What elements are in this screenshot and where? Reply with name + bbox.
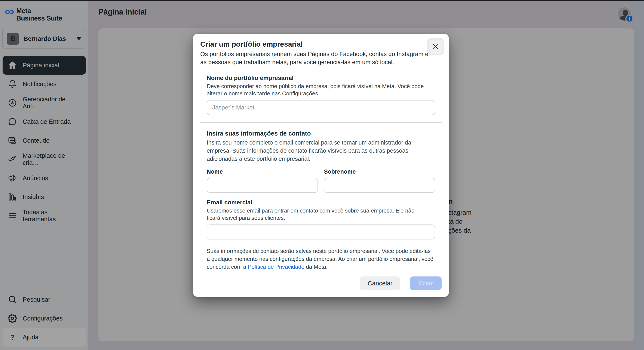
last-name-input[interactable] — [324, 178, 435, 193]
create-button[interactable]: Criar — [410, 277, 442, 290]
email-helper: Usaremos esse email para entrar em conta… — [207, 207, 429, 222]
close-button[interactable] — [427, 38, 444, 55]
portfolio-name-section: Nome do portfólio empresarial Deve corre… — [200, 75, 442, 115]
portfolio-name-label: Nome do portfólio empresarial — [207, 75, 435, 81]
modal-actions: Cancelar Criar — [200, 277, 442, 290]
portfolio-name-input[interactable] — [207, 100, 435, 115]
contact-section-heading: Insira suas informações de contato — [207, 130, 435, 137]
email-input[interactable] — [207, 225, 435, 240]
first-name-field: Nome — [207, 168, 318, 193]
create-business-portfolio-modal: Criar um portfólio empresarial Os portfó… — [193, 34, 449, 297]
modal-subtitle: Os portfólios empresariais reúnem suas P… — [200, 50, 431, 66]
first-name-label: Nome — [207, 168, 318, 175]
email-field: Email comercial Usaremos esse email para… — [207, 199, 435, 240]
privacy-policy-link[interactable]: Política de Privacidade — [248, 264, 304, 270]
close-icon — [432, 43, 439, 50]
contact-section-description: Insira seu nome completo e email comerci… — [207, 139, 423, 163]
name-fields-row: Nome Sobrenome — [207, 168, 435, 193]
email-label: Email comercial — [207, 199, 435, 206]
last-name-label: Sobrenome — [324, 168, 435, 175]
portfolio-name-helper: Deve corresponder ao nome público da emp… — [207, 82, 427, 97]
first-name-input[interactable] — [207, 178, 318, 193]
last-name-field: Sobrenome — [324, 168, 435, 193]
contact-info-section: Insira suas informações de contato Insir… — [200, 130, 442, 271]
section-divider — [200, 122, 442, 123]
modal-title: Criar um portfólio empresarial — [200, 40, 442, 48]
privacy-note-text: da Meta. — [304, 264, 328, 270]
cancel-button[interactable]: Cancelar — [360, 277, 400, 290]
privacy-note: Suas informações de contato serão salvas… — [207, 247, 435, 271]
